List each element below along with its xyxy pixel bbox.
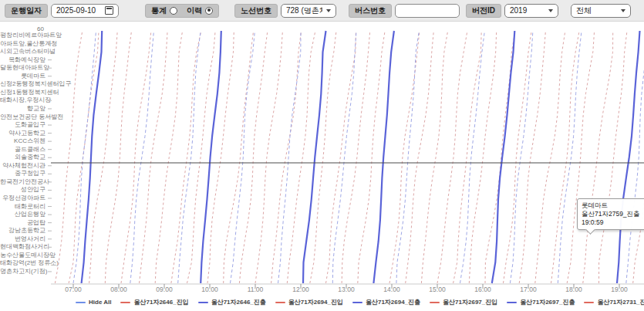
trip-line-울산71자2759_진출[interactable] (617, 31, 640, 283)
x-axis-time-label: 18:00 (561, 286, 587, 293)
bus-operation-history-page: 운행일자 2025-09-10 통계 이력 노선번호 728 (명촌차고지(2 … (0, 0, 644, 311)
x-axis-time-label: 11:00 (242, 286, 268, 293)
route-select-value: 728 (명촌차고지(2 (286, 5, 322, 16)
legend-label: Hide All (89, 299, 111, 306)
trip-line-울산71자2731_진입[interactable] (207, 31, 234, 283)
trip-line-울산71자2731_진출[interactable] (231, 31, 255, 283)
stat-radio-label: 통계 (151, 7, 167, 15)
x-axis-time-label: 10:00 (197, 286, 223, 293)
scope-select[interactable]: 전체 (571, 4, 631, 18)
calendar-icon[interactable] (105, 6, 113, 15)
legend-item[interactable]: 울산71자2697_진입 (430, 298, 497, 306)
toolbar: 운행일자 2025-09-10 통계 이력 노선번호 728 (명촌차고지(2 … (0, 0, 644, 22)
x-axis-time-label: 17:00 (515, 286, 541, 293)
legend-label: 울산71자2697_진입 (443, 298, 497, 306)
trip-line-울산71자2731_진입[interactable] (121, 31, 151, 283)
trip-line-울산71자2646_진입[interactable] (421, 31, 447, 283)
trip-line-울산71자2646_진입[interactable] (239, 31, 268, 283)
x-axis-time-label: 13:00 (333, 286, 359, 293)
trip-line-울산71자2731_진입[interactable] (287, 31, 315, 283)
x-axis-time-label: 19:00 (606, 286, 632, 293)
trip-line-울산71자2759_진입[interactable] (406, 31, 434, 283)
trip-line-울산71자2731_진입[interactable] (551, 31, 580, 283)
trip-line-울산71자2646_진출[interactable] (510, 31, 533, 283)
legend-label: 울산71자2694_진출 (366, 298, 420, 306)
trip-line-울산71자2646_진입[interactable] (155, 31, 182, 283)
date-input[interactable]: 2025-09-10 (51, 4, 119, 18)
legend-item[interactable]: 울산71자2694_진입 (275, 298, 343, 306)
legend-item[interactable]: 울산71자2697_진출 (507, 298, 575, 306)
history-radio[interactable] (205, 7, 213, 15)
trip-line-울산71자2731_진입[interactable] (469, 31, 496, 283)
hover-tooltip: 롯데마트 울산71자2759_진출 19:0:59 (577, 198, 644, 230)
legend-label: 울산71자2697_진출 (520, 298, 575, 306)
trip-line-울산71자2759_진입[interactable] (310, 31, 336, 283)
trip-line-울산71자2759_진출[interactable] (492, 31, 515, 283)
legend-label: 울산71자2731_진입 (597, 298, 644, 306)
scope-select-value: 전체 (576, 5, 592, 16)
legend-item[interactable]: 울산71자2646_진출 (198, 298, 266, 306)
legend-line-icon (507, 302, 517, 303)
legend-label: 울산71자2646_진입 (133, 298, 188, 306)
trip-line-울산71자2646_진입[interactable] (504, 31, 532, 283)
version-select[interactable]: 2019 (504, 4, 558, 18)
trip-line-울산71자2759_진출[interactable] (303, 31, 326, 283)
tooltip-stop: 롯데마트 (582, 201, 644, 210)
chevron-down-icon (326, 9, 331, 12)
trip-line-울산71자2646_진입[interactable] (69, 31, 99, 283)
trip-line-울산71자2759_진입[interactable] (140, 31, 168, 283)
trip-line-울산71자2694_진입[interactable] (599, 31, 628, 283)
trip-line-울산71자2694_진입[interactable] (89, 31, 118, 283)
x-axis-time-label: 16:00 (470, 286, 496, 293)
trip-line-울산71자2759_진입[interactable] (224, 31, 254, 283)
legend-item[interactable]: 울산71자2646_진입 (120, 298, 188, 306)
legend-line-icon (584, 302, 594, 303)
legend: Hide All울산71자2646_진입울산71자2646_진출울산71자269… (0, 298, 644, 306)
trip-line-울산71자2731_진입[interactable] (389, 31, 420, 283)
trip-line-울산71자2759_진출[interactable] (201, 31, 221, 283)
legend-label: 울산71자2694_진입 (288, 298, 343, 306)
trip-line-울산71자2697_진입[interactable] (358, 31, 385, 283)
trip-line-울산71자2694_진입[interactable] (437, 31, 467, 283)
trip-line-울산71자2694_진출[interactable] (332, 31, 356, 283)
x-axis-time-label: 07:00 (60, 286, 86, 293)
version-select-value: 2019 (510, 6, 527, 15)
x-axis-time-label: 09:00 (151, 286, 177, 293)
x-axis-time-label: 15:00 (424, 286, 450, 293)
legend-item[interactable]: Hide All (76, 299, 111, 306)
legend-item[interactable]: 울산71자2694_진출 (352, 298, 420, 306)
trip-line-울산71자2694_진출[interactable] (558, 31, 582, 283)
stat-radio[interactable] (170, 7, 177, 15)
legend-line-icon (275, 302, 285, 303)
trip-line-울산71자2759_진출[interactable] (373, 31, 394, 283)
trip-line-울산71자2694_진출[interactable] (130, 31, 154, 283)
legend-item[interactable]: 울산71자2731_진입 (584, 298, 644, 306)
plot-area[interactable] (0, 22, 644, 293)
history-radio-label: 이력 (187, 7, 202, 15)
trip-line-울산71자2694_진입[interactable] (255, 31, 282, 283)
trip-line-울산71자2697_진입[interactable] (105, 31, 131, 283)
legend-line-icon (430, 302, 440, 303)
trip-line-울산71자2697_진입[interactable] (453, 31, 482, 283)
legend-line-icon (76, 302, 86, 303)
bus-number-input[interactable] (395, 4, 460, 18)
trip-line-울산71자2646_진출[interactable] (278, 31, 302, 283)
trip-line-울산71자2694_진입[interactable] (519, 31, 545, 283)
trip-line-울산71자2731_진출[interactable] (460, 31, 485, 283)
chevron-down-icon (548, 9, 553, 12)
route-select[interactable]: 728 (명촌차고지(2 (281, 4, 336, 18)
y-axis-ticks (48, 35, 52, 272)
trip-line-울산71자2646_진입[interactable] (583, 31, 613, 283)
trip-line-울산71자2694_진입[interactable] (171, 31, 201, 283)
route-label: 노선번호 (234, 4, 278, 18)
chevron-down-icon (621, 9, 625, 12)
trip-line-울산71자2697_진출[interactable] (178, 31, 201, 283)
trip-line-울산71자2697_진출[interactable] (396, 31, 420, 283)
trip-line-울산71자2646_진입[interactable] (326, 31, 356, 283)
trip-line-울산71자2694_진입[interactable] (342, 31, 370, 283)
trip-line-울산71자2697_진입[interactable] (271, 31, 302, 283)
legend-line-icon (120, 302, 130, 303)
trip-lines (55, 31, 644, 283)
mode-radio-group: 통계 이력 (145, 4, 219, 18)
date-label: 운행일자 (5, 4, 48, 18)
